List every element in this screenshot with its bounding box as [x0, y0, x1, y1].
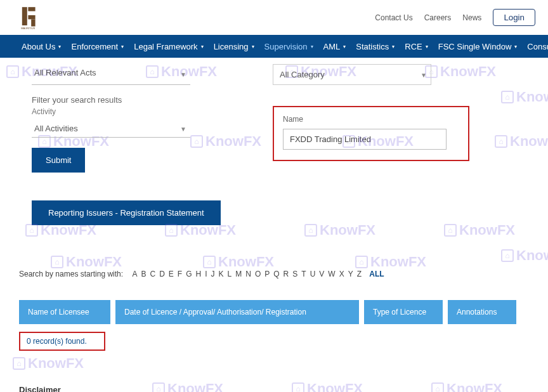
svg-rect-2 [28, 15, 35, 19]
news-link[interactable]: News [462, 13, 481, 22]
nav-fsc-single-window[interactable]: FSC Single Window▾ [436, 42, 520, 51]
chevron-down-icon: ▾ [201, 44, 204, 49]
name-input[interactable] [283, 129, 447, 150]
chevron-down-icon: ▾ [426, 44, 428, 49]
nav-statistics[interactable]: Statistics▾ [353, 42, 397, 51]
login-button[interactable]: Login [493, 9, 535, 26]
alpha-L[interactable]: L [228, 270, 232, 278]
activity-value: All Activities [34, 124, 78, 133]
nav-consumer-protection[interactable]: Consumer Protection▾ [525, 42, 548, 51]
alpha-C[interactable]: C [150, 270, 155, 278]
activity-select[interactable]: All Activities ▼ [32, 120, 190, 138]
svg-rect-3 [31, 19, 35, 26]
reporting-issuers-button[interactable]: Reporting Issuers - Registration Stateme… [32, 200, 221, 225]
alpha-I[interactable]: I [205, 270, 207, 278]
chevron-down-icon: ▼ [421, 71, 427, 78]
svg-rect-1 [28, 7, 35, 11]
alpha-P[interactable]: P [264, 270, 270, 278]
name-label: Name [283, 115, 459, 124]
alpha-Y[interactable]: Y [348, 270, 353, 278]
alpha-S[interactable]: S [292, 270, 297, 278]
alpha-U[interactable]: U [310, 270, 316, 278]
alpha-search: Search by names starting with: ABCDEFGHI… [19, 270, 529, 278]
chevron-down-icon: ▼ [180, 71, 186, 78]
col-date-licence: Date of Licence / Approval/ Authorisatio… [115, 300, 359, 324]
alpha-R[interactable]: R [284, 270, 289, 278]
name-highlight-box: Name [273, 106, 469, 161]
nav-aml[interactable]: AML▾ [321, 42, 349, 51]
alpha-Z[interactable]: Z [357, 270, 362, 278]
alpha-O[interactable]: O [255, 270, 261, 278]
alpha-A[interactable]: A [132, 270, 137, 278]
acts-value: All Relevant Acts [34, 68, 96, 77]
alpha-N[interactable]: N [245, 270, 251, 278]
alpha-T[interactable]: T [301, 270, 306, 278]
chevron-down-icon: ▼ [180, 125, 186, 132]
svg-text:MAURITIUS: MAURITIUS [21, 27, 35, 30]
alpha-D[interactable]: D [159, 270, 165, 278]
alpha-H[interactable]: H [196, 270, 202, 278]
nav-enforcement[interactable]: Enforcement▾ [68, 42, 126, 51]
alpha-M[interactable]: M [235, 270, 242, 278]
acts-select[interactable]: All Relevant Acts ▼ [32, 64, 190, 85]
col-type-licence: Type of Licence [364, 300, 443, 324]
alpha-F[interactable]: F [178, 270, 182, 278]
alpha-W[interactable]: W [328, 270, 335, 278]
records-found: 0 record(s) found. [19, 332, 105, 351]
alpha-label: Search by names starting with: [19, 270, 123, 278]
alpha-G[interactable]: G [186, 270, 192, 278]
alpha-all[interactable]: ALL [369, 270, 384, 278]
col-name-licensee: Name of Licensee [19, 300, 110, 324]
alpha-X[interactable]: X [339, 270, 344, 278]
nav-licensing[interactable]: Licensing▾ [211, 42, 257, 51]
activity-label: Activity [32, 107, 190, 116]
chevron-down-icon: ▾ [392, 44, 395, 49]
disclaimer-title: Disclaimer [19, 385, 529, 392]
chevron-down-icon: ▾ [58, 44, 61, 49]
nav-supervision[interactable]: Supervision▾ [262, 42, 316, 51]
category-select[interactable]: All Category ▼ [273, 64, 431, 85]
nav-legal-framework[interactable]: Legal Framework▾ [131, 42, 206, 51]
nav-rce[interactable]: RCE▾ [402, 42, 430, 51]
nav-about-us[interactable]: About Us▾ [19, 42, 63, 51]
filter-results-label: Filter your search results [32, 95, 516, 105]
chevron-down-icon: ▾ [343, 44, 346, 49]
site-logo[interactable]: MAURITIUS [19, 5, 39, 30]
alpha-K[interactable]: K [219, 270, 224, 278]
alpha-V[interactable]: V [319, 270, 324, 278]
chevron-down-icon: ▾ [311, 44, 313, 49]
col-annotations: Annotations [448, 300, 516, 324]
alpha-Q[interactable]: Q [273, 270, 279, 278]
submit-button[interactable]: Submit [32, 148, 85, 173]
alpha-E[interactable]: E [169, 270, 174, 278]
alpha-B[interactable]: B [141, 270, 146, 278]
chevron-down-icon: ▾ [252, 44, 254, 49]
chevron-down-icon: ▾ [121, 44, 124, 49]
svg-rect-0 [22, 7, 27, 25]
chevron-down-icon: ▾ [514, 44, 517, 49]
contact-link[interactable]: Contact Us [375, 13, 412, 22]
category-value: All Category [280, 70, 325, 79]
careers-link[interactable]: Careers [424, 13, 452, 22]
alpha-J[interactable]: J [211, 270, 215, 278]
